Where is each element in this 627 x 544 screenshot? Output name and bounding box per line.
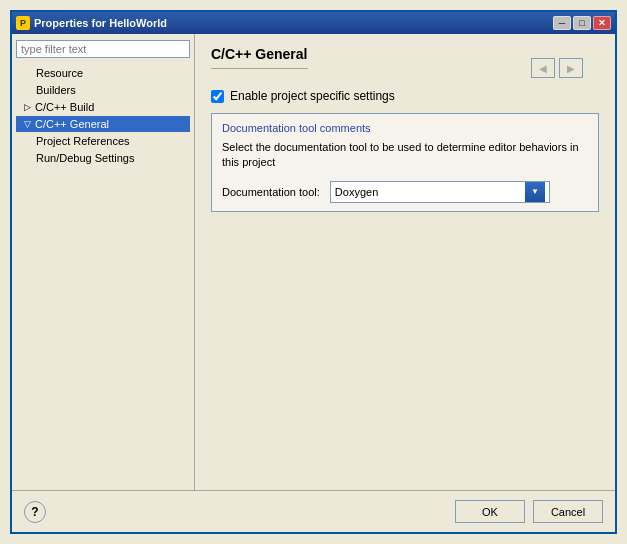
properties-window: P Properties for HelloWorld ─ □ ✕ Resour… bbox=[10, 10, 617, 534]
sidebar: Resource Builders ▷ C/C++ Build ▽ C/C++ … bbox=[12, 34, 195, 490]
sidebar-item-builders-label: Builders bbox=[36, 84, 76, 96]
main-area: Resource Builders ▷ C/C++ Build ▽ C/C++ … bbox=[12, 34, 615, 490]
title-bar-left: P Properties for HelloWorld bbox=[16, 16, 167, 30]
sidebar-item-project-references[interactable]: Project References bbox=[16, 133, 190, 149]
bottom-bar: ? OK Cancel bbox=[12, 490, 615, 532]
title-bar-buttons: ─ □ ✕ bbox=[553, 16, 611, 30]
nav-forward-button[interactable]: ▶ bbox=[559, 58, 583, 78]
enable-project-checkbox[interactable] bbox=[211, 90, 224, 103]
doc-tool-dropdown-button[interactable] bbox=[525, 182, 545, 202]
enable-row: Enable project specific settings bbox=[211, 89, 599, 103]
close-button[interactable]: ✕ bbox=[593, 16, 611, 30]
bottom-buttons: OK Cancel bbox=[455, 500, 603, 523]
nav-arrows: ◀ ▶ bbox=[531, 58, 583, 78]
doc-tool-section: Documentation tool comments Select the d… bbox=[211, 113, 599, 212]
nav-back-button[interactable]: ◀ bbox=[531, 58, 555, 78]
sidebar-item-builders[interactable]: Builders bbox=[16, 82, 190, 98]
window-content: Resource Builders ▷ C/C++ Build ▽ C/C++ … bbox=[12, 34, 615, 532]
section-desc: Select the documentation tool to be used… bbox=[222, 140, 588, 171]
panel-title: C/C++ General bbox=[211, 46, 308, 69]
window-icon: P bbox=[16, 16, 30, 30]
doc-tool-select-inner: Doxygen bbox=[335, 182, 545, 202]
sidebar-item-run-debug-label: Run/Debug Settings bbox=[36, 152, 134, 164]
sidebar-item-cc-general[interactable]: ▽ C/C++ General bbox=[16, 116, 190, 132]
sidebar-item-resource-label: Resource bbox=[36, 67, 83, 79]
doc-tool-value: Doxygen bbox=[335, 186, 378, 198]
window-title: Properties for HelloWorld bbox=[34, 17, 167, 29]
ok-button[interactable]: OK bbox=[455, 500, 525, 523]
right-panel: C/C++ General ◀ ▶ Enable project specifi… bbox=[195, 34, 615, 490]
doc-tool-row: Documentation tool: Doxygen bbox=[222, 181, 588, 203]
doc-tool-label: Documentation tool: bbox=[222, 186, 320, 198]
minimize-button[interactable]: ─ bbox=[553, 16, 571, 30]
sidebar-item-project-references-label: Project References bbox=[36, 135, 130, 147]
filter-input[interactable] bbox=[16, 40, 190, 58]
section-title: Documentation tool comments bbox=[222, 122, 588, 134]
help-button[interactable]: ? bbox=[24, 501, 46, 523]
doc-tool-select[interactable]: Doxygen bbox=[330, 181, 550, 203]
sidebar-item-run-debug[interactable]: Run/Debug Settings bbox=[16, 150, 190, 166]
cc-general-arrow: ▽ bbox=[22, 119, 32, 129]
sidebar-item-resource[interactable]: Resource bbox=[16, 65, 190, 81]
sidebar-item-cc-general-label: C/C++ General bbox=[35, 118, 109, 130]
right-panel-header: C/C++ General ◀ ▶ bbox=[211, 46, 599, 73]
enable-project-label[interactable]: Enable project specific settings bbox=[230, 89, 395, 103]
cc-build-arrow: ▷ bbox=[22, 102, 32, 112]
title-bar: P Properties for HelloWorld ─ □ ✕ bbox=[12, 12, 615, 34]
sidebar-item-cc-build[interactable]: ▷ C/C++ Build bbox=[16, 99, 190, 115]
sidebar-item-cc-build-label: C/C++ Build bbox=[35, 101, 94, 113]
maximize-button[interactable]: □ bbox=[573, 16, 591, 30]
cancel-button[interactable]: Cancel bbox=[533, 500, 603, 523]
